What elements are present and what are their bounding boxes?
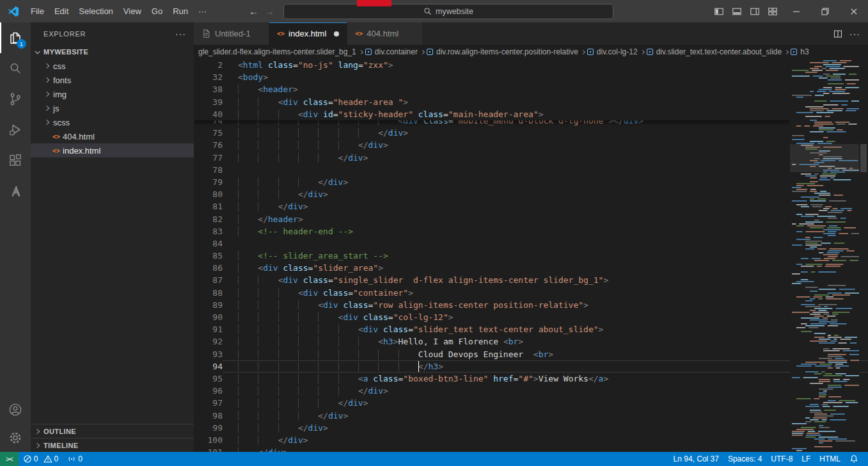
notifications-bell-icon[interactable] xyxy=(845,452,863,466)
code-line-99[interactable]: 99 </div> xyxy=(194,422,868,434)
code-line-75[interactable]: 75 </div> xyxy=(194,127,868,139)
code-line-82[interactable]: 82 </header> xyxy=(194,213,868,225)
menu-run[interactable]: Run xyxy=(168,0,193,22)
cursor-position[interactable]: Ln 94, Col 37 xyxy=(669,452,723,466)
remote-indicator[interactable]: >< xyxy=(0,452,19,466)
tree-file-index-html[interactable]: index.html xyxy=(31,143,194,157)
tree-file-404-html[interactable]: 404.html xyxy=(31,129,194,143)
ports-count: 0 xyxy=(78,454,83,463)
code-line-100[interactable]: 100 </div> xyxy=(194,434,868,446)
explorer-more-icon[interactable]: ··· xyxy=(175,29,186,39)
menu-go[interactable]: Go xyxy=(146,0,168,22)
tree-folder-fonts[interactable]: fonts xyxy=(31,73,194,87)
breadcrumb-item[interactable]: gle_slider.d-flex.align-items-center.sli… xyxy=(198,47,356,56)
minimize-button[interactable] xyxy=(782,0,810,22)
breadcrumb-item[interactable]: div.col-lg-12 xyxy=(597,47,638,56)
code-line-83[interactable]: 83 <!-- header-end --> xyxy=(194,225,868,237)
minimap[interactable] xyxy=(790,59,859,452)
menu-view[interactable]: View xyxy=(118,0,146,22)
tree-folder-img[interactable]: img xyxy=(31,87,194,101)
scrollbar-thumb[interactable] xyxy=(860,144,867,172)
code-line-78[interactable]: 78 xyxy=(194,164,868,176)
restore-button[interactable] xyxy=(810,0,839,22)
customize-layout-icon[interactable] xyxy=(764,0,782,22)
code-line-86[interactable]: 86 <div class="slider_area"> xyxy=(194,262,868,274)
breadcrumb-item[interactable]: div.slider_text.text-center.about_slide xyxy=(656,47,782,56)
code-line-91[interactable]: 91 <div class="slider_text text-center a… xyxy=(194,323,868,335)
code-line-88[interactable]: 88 <div class="container"> xyxy=(194,287,868,299)
chevron-right-icon xyxy=(44,63,49,68)
activity-source-control[interactable] xyxy=(0,84,31,115)
breadcrumb-item[interactable]: div.row.align-items-center.position-rela… xyxy=(436,47,578,56)
breadcrumb-item[interactable]: h3 xyxy=(800,47,809,56)
code-line-87[interactable]: 87 <div class="single_slider d-flex alig… xyxy=(194,274,868,286)
minimap-slider[interactable] xyxy=(790,144,859,172)
menu-file[interactable]: File xyxy=(26,0,49,22)
code-line-85[interactable]: 85 <!-- slider_area_start --> xyxy=(194,250,868,262)
breadcrumb-item[interactable]: div.container xyxy=(375,47,418,56)
activity-extensions[interactable] xyxy=(0,145,31,176)
menu-more[interactable]: ··· xyxy=(193,0,212,22)
tree-project-mywebsite[interactable]: MYWEBSITE xyxy=(31,45,194,59)
code-line-81[interactable]: 81 </div> xyxy=(194,200,868,213)
ports-indicator[interactable]: 0 xyxy=(63,454,87,463)
code-line-96[interactable]: 96 </div> xyxy=(194,385,868,397)
code-line-89[interactable]: 89 <div class="row align-items-center po… xyxy=(194,299,868,311)
command-center-search[interactable]: mywebsite xyxy=(283,4,613,19)
split-editor-icon[interactable] xyxy=(833,29,843,39)
editor[interactable]: 74 <div class="mobile_menu d-block d-lg-… xyxy=(194,59,868,452)
code-line-92[interactable]: 92 <h3>Hello, I am Florence <br> xyxy=(194,335,868,348)
sidebar-header: EXPLORER ··· xyxy=(31,22,194,45)
tab-index-html[interactable]: index.html xyxy=(269,22,347,45)
outline-section[interactable]: OUTLINE xyxy=(31,424,194,438)
sticky-line-2[interactable]: 2<html class="no-js" lang="zxx"> xyxy=(194,59,790,71)
code-line-90[interactable]: 90 <div class="col-lg-12"> xyxy=(194,311,868,323)
code-line-94[interactable]: 94 </h3> xyxy=(194,360,868,373)
code-line-98[interactable]: 98 </div> xyxy=(194,410,868,422)
toggle-panel-icon[interactable] xyxy=(728,0,746,22)
editor-group: Untitled-1 index.html 404.html ··· xyxy=(194,22,868,452)
code-line-101[interactable]: 101 </div> xyxy=(194,446,868,452)
encoding-indicator[interactable]: UTF-8 xyxy=(766,452,797,466)
code-line-80[interactable]: 80 </div> xyxy=(194,188,868,200)
code-line-97[interactable]: 97 </div> xyxy=(194,397,868,409)
activity-settings[interactable] xyxy=(0,424,31,452)
back-arrow-icon[interactable] xyxy=(249,6,258,17)
tab-untitled-1[interactable]: Untitled-1 xyxy=(194,22,269,45)
code-line-93[interactable]: 93 Cloud Devops Engineer <br> xyxy=(194,348,868,360)
activity-azure[interactable] xyxy=(0,176,31,207)
sticky-line-39[interactable]: 39 <div class="header-area "> xyxy=(194,96,790,108)
code-line-95[interactable]: 95 <a class="boxed-btn3-line" href="#">V… xyxy=(194,373,868,385)
scrollbar[interactable] xyxy=(859,59,868,452)
sticky-line-38[interactable]: 38 <header> xyxy=(194,83,790,95)
indentation-indicator[interactable]: Spaces: 4 xyxy=(723,452,766,466)
tree-folder-css[interactable]: css xyxy=(31,59,194,73)
eol-indicator[interactable]: LF xyxy=(797,452,815,466)
toggle-secondary-sidebar-icon[interactable] xyxy=(746,0,764,22)
code-line-77[interactable]: 77 </div> xyxy=(194,152,868,164)
activity-run-debug[interactable] xyxy=(0,115,31,145)
activity-explorer[interactable]: 1 xyxy=(0,22,31,53)
modified-dot[interactable] xyxy=(334,31,339,36)
activity-search[interactable] xyxy=(0,53,31,84)
tree-folder-js[interactable]: js xyxy=(31,101,194,115)
close-button[interactable] xyxy=(839,0,868,22)
tab-label: 404.html xyxy=(367,29,398,38)
tree-folder-scss[interactable]: scss xyxy=(31,115,194,129)
toggle-sidebar-icon[interactable] xyxy=(710,0,728,22)
menu-selection[interactable]: Selection xyxy=(74,0,118,22)
sticky-line-32[interactable]: 32<body> xyxy=(194,71,790,83)
timeline-section[interactable]: TIMELINE xyxy=(31,438,194,452)
activity-account[interactable] xyxy=(0,396,31,424)
language-mode[interactable]: HTML xyxy=(815,452,845,466)
code-line-84[interactable]: 84 xyxy=(194,237,868,250)
problems-indicator[interactable]: 0 0 xyxy=(19,454,63,463)
forward-arrow-icon[interactable] xyxy=(265,6,274,17)
menu-edit[interactable]: Edit xyxy=(49,0,74,22)
code-line-79[interactable]: 79 </div> xyxy=(194,176,868,188)
tab-404-html[interactable]: 404.html xyxy=(347,22,423,45)
sticky-line-40[interactable]: 40 <div id="sticky-header" class="main-h… xyxy=(194,108,790,120)
editor-more-icon[interactable]: ··· xyxy=(849,29,860,39)
code-line-76[interactable]: 76 </div> xyxy=(194,139,868,151)
chevron-down-icon xyxy=(35,49,40,54)
